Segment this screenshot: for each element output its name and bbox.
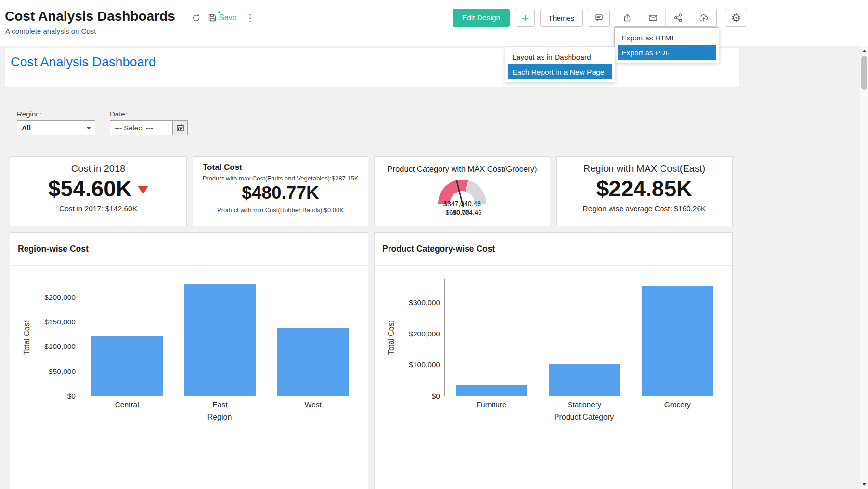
chart-panel-region-wise-cost: Region-wise Cost Total Cost $0$50,000$10… bbox=[10, 232, 368, 489]
x-axis-category-label: Furniture bbox=[445, 400, 538, 409]
x-axis-category-label: West bbox=[267, 400, 360, 409]
bar-furniture[interactable] bbox=[456, 385, 527, 396]
triangle-down-icon bbox=[862, 483, 866, 486]
menu-item-layout-as-in-dashboard[interactable]: Layout as in Dashboard bbox=[508, 50, 612, 64]
publish-button[interactable] bbox=[691, 9, 716, 26]
kpi-title: Product Category with MAX Cost(Grocery) bbox=[375, 165, 550, 174]
save-label: Save bbox=[219, 13, 236, 22]
bar-chart-plot: $0$50,000$100,000$150,000$200,000Central… bbox=[80, 279, 359, 396]
x-axis-label: Product Category bbox=[444, 413, 724, 422]
kpi-max-note: Product with max Cost(Fruits and Vegetab… bbox=[193, 175, 368, 182]
scroll-down-button[interactable] bbox=[860, 480, 868, 488]
dashboard-title: Cost Analysis Dashboard bbox=[11, 55, 156, 70]
calendar-icon bbox=[176, 124, 184, 132]
refresh-icon bbox=[192, 13, 201, 23]
bar-chart-plot: $0$100,000$200,000$300,000FurnitureStati… bbox=[444, 279, 724, 396]
x-axis-category-label: Grocery bbox=[631, 400, 724, 409]
refresh-button[interactable] bbox=[192, 13, 201, 23]
bar-central[interactable] bbox=[91, 336, 163, 396]
kpi-value: $480.77K bbox=[193, 183, 368, 203]
bar-stationery[interactable] bbox=[549, 364, 620, 396]
chart-title: Region-wise Cost bbox=[10, 233, 368, 266]
kpi-title: Region with MAX Cost(East) bbox=[557, 163, 732, 174]
x-axis-category-label: Stationery bbox=[538, 400, 631, 409]
kpi-card-category-max-cost: Product Category with MAX Cost(Grocery) … bbox=[374, 156, 550, 226]
vertical-scrollbar[interactable] bbox=[860, 46, 868, 489]
y-axis-tick-label: $0 bbox=[432, 392, 440, 400]
kpi-title: Total Cost bbox=[203, 163, 368, 172]
header-bar: Cost Analysis Dashboards A complete anal… bbox=[0, 0, 868, 46]
kpi-card-region-max-cost: Region with MAX Cost(East) $224.85K Regi… bbox=[556, 156, 733, 226]
bar-east[interactable] bbox=[184, 284, 256, 396]
kpi-value: $224.85K bbox=[596, 176, 693, 202]
gauge-max-label: $690,774.46 bbox=[445, 209, 481, 216]
save-icon: * bbox=[208, 13, 217, 22]
gauge-chart: $347,040.48 $0.00 $690,774.46 bbox=[438, 180, 486, 204]
menu-item-export-html[interactable]: Export as HTML bbox=[618, 30, 716, 45]
page-title: Cost Analysis Dashboards bbox=[5, 9, 175, 24]
y-axis-tick-label: $50,000 bbox=[49, 367, 76, 376]
date-picker-button[interactable] bbox=[172, 121, 187, 135]
kpi-footer: Region wise average Cost: $160.26K bbox=[557, 205, 732, 213]
settings-button[interactable]: ⚙ bbox=[725, 9, 747, 27]
themes-button[interactable]: Themes bbox=[540, 9, 583, 27]
kpi-value: $54.60K bbox=[48, 176, 132, 202]
share-icon bbox=[674, 13, 683, 23]
unsaved-indicator-icon: * bbox=[217, 9, 220, 19]
export-share-toolbar bbox=[614, 9, 717, 27]
chart-panel-category-wise-cost: Product Category-wise Cost Total Cost $0… bbox=[374, 232, 733, 489]
pdf-export-submenu: Layout as in Dashboard Each Report in a … bbox=[505, 47, 615, 82]
region-filter-caret bbox=[82, 121, 95, 135]
scroll-up-button[interactable] bbox=[860, 47, 868, 55]
more-options-icon[interactable]: ⋮ bbox=[244, 12, 256, 24]
kpi-card-total-cost: Total Cost Product with max Cost(Fruits … bbox=[193, 156, 368, 226]
email-icon bbox=[648, 13, 658, 23]
y-axis-tick-label: $200,000 bbox=[409, 330, 440, 338]
menu-item-export-pdf[interactable]: Export as PDF bbox=[618, 45, 716, 60]
date-filter-value: --- Select --- bbox=[110, 124, 172, 132]
date-filter-label: Date: bbox=[110, 110, 127, 118]
trend-down-icon bbox=[138, 186, 148, 194]
chart-title: Product Category-wise Cost bbox=[375, 233, 732, 266]
y-axis-label: Total Cost bbox=[386, 279, 397, 396]
y-axis-tick-label: $150,000 bbox=[44, 318, 76, 326]
kpi-min-note: Product with min Cost(Rubber Bands):$0.0… bbox=[193, 206, 368, 214]
bar-west[interactable] bbox=[277, 328, 349, 396]
region-filter-label: Region: bbox=[17, 110, 42, 118]
app-window: Cost Analysis Dashboards A complete anal… bbox=[0, 0, 868, 489]
export-button[interactable] bbox=[614, 9, 640, 26]
dashboard-canvas: Cost Analysis Dashboard Region: All Date… bbox=[0, 46, 860, 489]
x-axis-category-label: East bbox=[173, 400, 266, 409]
menu-item-each-report-new-page[interactable]: Each Report in a New Page bbox=[508, 64, 612, 79]
add-button[interactable]: + bbox=[516, 9, 535, 27]
cloud-upload-icon bbox=[699, 13, 709, 23]
gear-icon: ⚙ bbox=[731, 12, 741, 25]
y-axis-tick-label: $100,000 bbox=[44, 342, 76, 351]
x-axis-category-label: Central bbox=[80, 400, 173, 409]
email-button[interactable] bbox=[640, 9, 665, 26]
y-axis-label: Total Cost bbox=[22, 279, 32, 396]
chevron-down-icon bbox=[86, 127, 91, 129]
y-axis-tick-label: $0 bbox=[67, 392, 76, 400]
comment-button[interactable] bbox=[588, 9, 610, 27]
export-menu: Export as HTML Export as PDF bbox=[614, 27, 719, 63]
header-quick-actions: * Save ⋮ bbox=[192, 12, 256, 24]
y-axis-tick-label: $300,000 bbox=[409, 298, 440, 307]
comment-icon bbox=[594, 13, 604, 23]
bar-grocery[interactable] bbox=[642, 286, 713, 396]
kpi-footer: Cost in 2017: $142.60K bbox=[10, 205, 186, 213]
region-filter-select[interactable]: All bbox=[17, 120, 95, 135]
edit-design-button[interactable]: Edit Design bbox=[453, 9, 510, 27]
date-filter-input[interactable]: --- Select --- bbox=[110, 120, 188, 135]
page-subtitle: A complete analysis on Cost bbox=[5, 27, 96, 35]
gauge-value-label: $347,040.48 bbox=[443, 200, 481, 207]
save-button[interactable]: * Save bbox=[208, 13, 236, 22]
triangle-up-icon bbox=[862, 50, 866, 52]
export-icon bbox=[622, 13, 632, 23]
kpi-title: Cost in 2018 bbox=[10, 163, 186, 174]
scrollbar-thumb[interactable] bbox=[861, 56, 867, 90]
x-axis-label: Region bbox=[80, 413, 359, 422]
kpi-card-cost-2018: Cost in 2018 $54.60K Cost in 2017: $142.… bbox=[10, 156, 187, 226]
y-axis-tick-label: $200,000 bbox=[44, 293, 76, 302]
share-button[interactable] bbox=[665, 9, 691, 26]
